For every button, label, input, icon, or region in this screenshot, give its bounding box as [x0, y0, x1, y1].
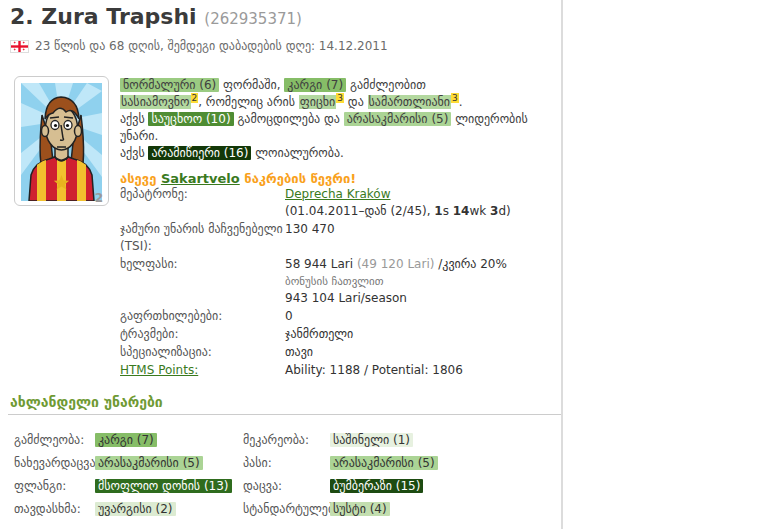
honesty: სამართლიანი	[368, 95, 451, 109]
text: ფორმაში,	[219, 78, 284, 92]
owner-label: მეპატრონე:	[120, 186, 285, 220]
specialty-label: სპეციალიზაცია:	[120, 344, 285, 361]
player-avatar-card: 2	[14, 76, 109, 206]
skill-label-scoring: თავდასხმა:	[14, 502, 95, 516]
wage-season: 943 104 Lari/season	[285, 291, 407, 305]
text: გამძლეობით	[346, 78, 426, 92]
contract-weeks: 14	[453, 204, 470, 218]
text: და	[344, 95, 368, 109]
player-page: 2. Zura Trapshi (262935371) 23 წლის და 6…	[0, 0, 768, 529]
text: , რომელიც არის	[198, 95, 299, 109]
cards-value: 0	[285, 308, 568, 325]
stamina-level: კარგი (7)	[284, 78, 346, 92]
wage-bonus-note: ბონუსის ჩათვლით	[285, 275, 384, 288]
contract-text: (01.04.2011–დან (2/45), 1s 14wk 3d)	[285, 204, 511, 218]
tsi-value: 130 470	[285, 221, 568, 255]
page-title: 2. Zura Trapshi (262935371)	[10, 4, 302, 29]
tsi-label: ჯამური უნარის მაჩვენებელი (TSI):	[120, 221, 285, 255]
honesty-number: 3	[451, 93, 459, 103]
owner-row: მეპატრონე: Deprecha Kraków (01.04.2011–დ…	[120, 186, 568, 220]
text: .	[459, 95, 463, 109]
loyalty-level: არამიწიერი (16)	[148, 146, 251, 160]
cards-label: გაფრთხილებები:	[120, 308, 285, 325]
cards-row: გაფრთხილებები: 0	[120, 308, 568, 325]
specialty-row: სპეციალიზაცია: თავი	[120, 344, 568, 361]
wage-label: ხელფასი:	[120, 256, 285, 307]
skills-grid: გამძლეობა: კარგი (7) მეკარეობა: საშინელი…	[14, 428, 561, 520]
tsi-row: ჯამური უნარის მაჩვენებელი (TSI): 130 470	[120, 221, 568, 255]
right-column-separator	[561, 0, 563, 529]
georgia-flag-icon[interactable]	[10, 40, 29, 53]
age-text: 23 წლის და 68 დღის, შემდეგი დაბადების დღ…	[35, 39, 388, 53]
skill-label-passing: პასი:	[243, 456, 330, 470]
text: გამოცდილება და	[234, 112, 344, 126]
wage-amount: 58 944 Lari	[285, 257, 357, 271]
text: ასევე	[120, 171, 161, 186]
text: აქვს	[120, 112, 148, 126]
skill-label-setpieces: სტანდარტულები:	[243, 502, 330, 516]
skill-label-playmaking: ნახევარდაცვა:	[14, 456, 95, 470]
owner-team-link[interactable]: Deprecha Kraków	[285, 187, 391, 201]
aggressiveness: ფიცხი	[299, 95, 336, 109]
national-team-line: ასევე Sakartvelo ნაკრების წევრი!	[120, 170, 575, 187]
skill-value-passing: არასაკმარისი (5)	[330, 456, 438, 470]
htms-value: Ability: 1188 / Potential: 1806	[285, 362, 568, 379]
skill-label-defending: დაცვა:	[243, 479, 330, 493]
skill-value-keeper: საშინელი (1)	[330, 433, 413, 447]
text: ნაკრების წევრი!	[240, 171, 357, 186]
text: ლიდერობის	[451, 112, 527, 126]
experience-level: საუცხოო (10)	[148, 112, 233, 126]
skill-value-scoring: უვარგისი (2)	[95, 502, 176, 516]
htms-points-link[interactable]: HTMS Points:	[120, 363, 198, 377]
skill-value-stamina: კარგი (7)	[95, 433, 157, 447]
player-overview: ნორმალური (6) ფორმაში, კარგი (7) გამძლეო…	[120, 77, 575, 187]
agreeability: სასიამოვნო	[120, 95, 191, 109]
avatar-card-number: 2	[95, 191, 103, 205]
player-age-line: 23 წლის და 68 დღის, შემდეგი დაბადების დღ…	[10, 39, 388, 53]
skill-value-playmaking: არასაკმარისი (5)	[95, 456, 203, 470]
player-name: 2. Zura Trapshi	[10, 4, 197, 29]
player-avatar-cartoon	[21, 83, 102, 201]
national-team-link[interactable]: Sakartvelo	[161, 171, 240, 186]
text: d)	[498, 204, 510, 218]
current-skills-section: ახლანდელი უნარები გამძლეობა: კარგი (7) მ…	[8, 394, 561, 520]
aggressiveness-number: 3	[336, 93, 344, 103]
injury-label: ტრავმები:	[120, 326, 285, 343]
text: ლოიალურობა.	[251, 146, 343, 160]
text: აქვს	[120, 146, 148, 160]
text: wk	[469, 204, 490, 218]
wage-base: (49 120 Lari)	[357, 257, 434, 271]
player-info-table: მეპატრონე: Deprecha Kraków (01.04.2011–დ…	[120, 186, 568, 380]
htms-row: HTMS Points: Ability: 1188 / Potential: …	[120, 362, 568, 379]
text: s	[443, 204, 453, 218]
leadership-level: არასაკმარისი (5)	[344, 112, 452, 126]
text: (01.04.2011–დან (2/45),	[285, 204, 434, 218]
form-level: ნორმალური (6)	[120, 78, 219, 92]
skill-label-keeper: მეკარეობა:	[243, 433, 330, 447]
wage-row: ხელფასი: 58 944 Lari (49 120 Lari) /კვირ…	[120, 256, 568, 307]
skill-label-winger: ფლანგი:	[14, 479, 95, 493]
injury-row: ტრავმები: ჯანმრთელი	[120, 326, 568, 343]
injury-value: ჯანმრთელი	[285, 326, 568, 343]
wage-week-suffix: /კვირა 20%	[434, 257, 506, 271]
contract-seasons: 1	[434, 204, 442, 218]
skill-label-stamina: გამძლეობა:	[14, 433, 95, 447]
skill-value-defending: ბუმბერაზი (15)	[330, 479, 423, 493]
specialty-value: თავი	[285, 344, 568, 361]
skills-section-title: ახლანდელი უნარები	[8, 394, 561, 415]
text: უნარი.	[120, 129, 158, 143]
skill-value-setpieces: სუსტი (4)	[330, 502, 390, 516]
player-id: (262935371)	[204, 10, 302, 28]
skill-value-winger: მსოფლიო დონის (13)	[95, 479, 232, 493]
